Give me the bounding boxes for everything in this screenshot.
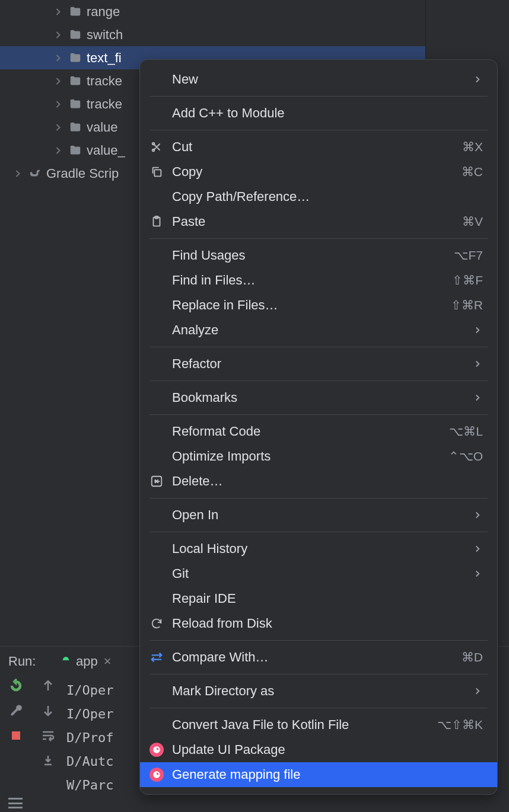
menu-divider (149, 238, 488, 239)
menu-label: Update UI Package (172, 742, 483, 757)
paste-icon (149, 215, 164, 229)
menu-item-optimize-imports[interactable]: Optimize Imports⌃⌥O (140, 444, 497, 469)
wrench-icon[interactable] (9, 704, 23, 718)
menu-item-update-ui-package[interactable]: Update UI Package (140, 737, 497, 762)
menu-item-new[interactable]: New (140, 67, 497, 92)
cut-icon (149, 140, 164, 154)
menu-label: Bookmarks (172, 390, 472, 405)
folder-icon (68, 52, 83, 65)
menu-divider (149, 414, 488, 415)
gradle-icon (27, 167, 43, 180)
menu-label: New (172, 72, 472, 87)
menu-divider (149, 347, 488, 347)
menu-item-compare-with[interactable]: Compare With…⌘D (140, 645, 497, 670)
chevron-right-icon (472, 359, 483, 369)
run-tab[interactable]: app × (53, 651, 117, 672)
menu-divider (149, 674, 488, 674)
menu-item-mark-directory-as[interactable]: Mark Directory as (140, 679, 497, 704)
chevron-right-icon (472, 74, 483, 85)
menu-shortcut: ⌘V (462, 215, 483, 229)
chevron-right-icon (52, 29, 64, 41)
context-menu: NewAdd C++ to ModuleCut⌘XCopy⌘CCopy Path… (139, 59, 498, 795)
menu-item-copy-path-reference[interactable]: Copy Path/Reference… (140, 184, 497, 209)
folder-icon (68, 5, 83, 18)
menu-label: Reformat Code (172, 424, 449, 439)
menu-divider (149, 130, 488, 130)
chevron-right-icon (472, 392, 483, 403)
menu-label: Open In (172, 507, 472, 523)
menu-item-cut[interactable]: Cut⌘X (140, 135, 497, 159)
svg-rect-0 (12, 731, 20, 740)
tree-label: value_ (87, 143, 125, 158)
tree-label: text_fi (87, 50, 122, 66)
menu-item-find-usages[interactable]: Find Usages⌥F7 (140, 243, 497, 268)
menu-label: Repair IDE (172, 591, 483, 606)
folder-icon (68, 28, 83, 41)
tree-label: switch (87, 27, 123, 43)
menu-item-reformat-code[interactable]: Reformat Code⌥⌘L (140, 419, 497, 444)
menu-item-git[interactable]: Git (140, 561, 497, 586)
menu-divider (149, 96, 488, 97)
menu-item-local-history[interactable]: Local History (140, 536, 497, 561)
menu-label: Mark Directory as (172, 683, 472, 699)
chevron-right-icon (472, 686, 483, 696)
tree-item-0[interactable]: range (0, 0, 425, 23)
chevron-right-icon (52, 122, 64, 133)
svg-rect-1 (154, 170, 161, 176)
tree-label: range (87, 4, 120, 20)
menu-item-find-in-files[interactable]: Find in Files…⇧⌘F (140, 268, 497, 293)
menu-label: Git (172, 566, 472, 581)
menu-divider (149, 498, 488, 498)
chevron-right-icon (52, 52, 64, 64)
pink-icon (149, 768, 164, 782)
status-bar-icon[interactable] (8, 798, 23, 808)
menu-item-bookmarks[interactable]: Bookmarks (140, 385, 497, 410)
menu-item-generate-mapping-file[interactable]: Generate mapping file (140, 762, 497, 787)
tree-label: value (87, 120, 118, 135)
tree-label: tracke (87, 97, 122, 112)
menu-shortcut: ⌘C (462, 165, 483, 179)
chevron-right-icon (52, 6, 64, 18)
menu-item-copy[interactable]: Copy⌘C (140, 159, 497, 184)
menu-item-repair-ide[interactable]: Repair IDE (140, 586, 497, 611)
run-tab-label: app (76, 654, 98, 669)
menu-item-delete[interactable]: Delete… (140, 469, 497, 494)
menu-item-convert-java-file-to-kotlin-file[interactable]: Convert Java File to Kotlin File⌥⇧⌘K (140, 712, 497, 737)
menu-label: Reload from Disk (172, 616, 483, 631)
menu-label: Add C++ to Module (172, 106, 483, 121)
chevron-right-icon (12, 168, 24, 180)
android-icon (59, 655, 72, 668)
menu-item-refactor[interactable]: Refactor (140, 351, 497, 376)
arrow-up-icon[interactable] (41, 679, 55, 693)
menu-shortcut: ⌘D (462, 650, 483, 664)
chevron-right-icon (472, 544, 483, 554)
menu-label: Compare With… (172, 650, 462, 665)
stop-icon[interactable] (9, 728, 23, 743)
menu-label: Copy Path/Reference… (172, 189, 483, 204)
menu-shortcut: ⌘X (462, 140, 483, 154)
copy-icon (149, 165, 164, 179)
rerun-icon[interactable] (9, 679, 23, 693)
chevron-right-icon (52, 145, 64, 156)
menu-divider (149, 640, 488, 641)
compare-icon (149, 650, 164, 664)
menu-label: Optimize Imports (172, 449, 448, 464)
menu-item-add-c-to-module[interactable]: Add C++ to Module (140, 101, 497, 126)
tree-item-1[interactable]: switch (0, 23, 425, 46)
menu-item-reload-from-disk[interactable]: Reload from Disk (140, 611, 497, 636)
close-tab-icon[interactable]: × (104, 654, 112, 669)
menu-shortcut: ⌥⇧⌘K (437, 718, 483, 732)
menu-item-analyze[interactable]: Analyze (140, 318, 497, 343)
menu-item-paste[interactable]: Paste⌘V (140, 209, 497, 234)
menu-divider (149, 381, 488, 381)
menu-label: Find Usages (172, 248, 454, 263)
menu-label: Paste (172, 214, 462, 229)
arrow-down-icon[interactable] (41, 704, 55, 718)
menu-item-open-in[interactable]: Open In (140, 503, 497, 528)
scroll-to-end-icon[interactable] (41, 753, 55, 768)
chevron-right-icon (52, 98, 64, 110)
chevron-right-icon (472, 325, 483, 335)
soft-wrap-icon[interactable] (41, 728, 55, 743)
menu-item-replace-in-files[interactable]: Replace in Files…⇧⌘R (140, 293, 497, 318)
menu-shortcut: ⌥⌘L (449, 424, 483, 439)
